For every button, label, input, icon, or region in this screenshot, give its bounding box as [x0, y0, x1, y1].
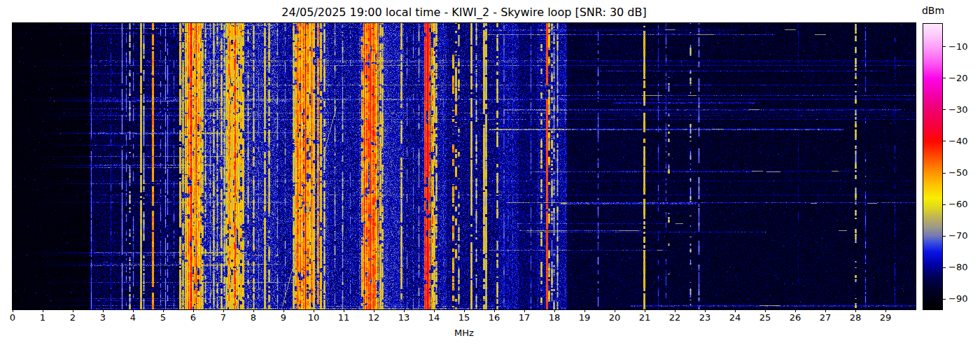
x-tick-label: 0 — [2, 312, 23, 323]
colorbar-tick-mark — [943, 267, 946, 268]
x-tick-label: 3 — [92, 312, 113, 323]
colorbar-tick-mark — [943, 141, 946, 141]
x-tick-label: 6 — [183, 312, 204, 323]
spectrogram-plot-frame — [12, 22, 916, 310]
x-tick-label: 4 — [122, 312, 144, 323]
x-tick-label: 1 — [32, 312, 53, 323]
x-tick-label: 28 — [845, 312, 866, 323]
colorbar-tick-mark — [943, 109, 946, 110]
x-tick-label: 19 — [574, 312, 595, 323]
colorbar-unit-label: dBm — [912, 5, 954, 16]
colorbar-tick-label: −70 — [948, 230, 967, 241]
x-tick-label: 17 — [514, 312, 535, 323]
spectrogram-figure: 24/05/2025 19:00 local time - KIWI_2 - S… — [0, 0, 980, 350]
colorbar-tick-mark — [943, 78, 946, 78]
colorbar-tick-label: −20 — [948, 73, 967, 84]
x-tick-label: 11 — [333, 312, 354, 323]
x-tick-label: 5 — [153, 312, 174, 323]
chart-title: 24/05/2025 19:00 local time - KIWI_2 - S… — [13, 6, 916, 19]
x-axis-label: MHz — [443, 328, 485, 338]
x-tick-label: 25 — [755, 312, 776, 323]
x-tick-label: 26 — [785, 312, 806, 323]
x-tick-label: 7 — [213, 312, 234, 323]
colorbar-tick-label: −60 — [948, 199, 967, 210]
x-tick-label: 13 — [393, 312, 414, 323]
x-tick-label: 23 — [694, 312, 715, 323]
x-tick-label: 10 — [303, 312, 324, 323]
colorbar-tick-mark — [943, 173, 946, 174]
x-tick-label: 24 — [724, 312, 746, 323]
colorbar-frame — [923, 23, 943, 310]
colorbar-tick-label: −30 — [948, 104, 967, 115]
x-tick-label: 12 — [363, 312, 384, 323]
colorbar-canvas — [923, 24, 942, 309]
x-tick-label: 2 — [62, 312, 83, 323]
colorbar-tick-mark — [943, 46, 946, 47]
spectrogram-canvas — [13, 23, 916, 309]
x-tick-label: 16 — [484, 312, 505, 323]
x-tick-label: 9 — [273, 312, 294, 323]
colorbar-tick-mark — [943, 204, 946, 205]
x-tick-label: 20 — [604, 312, 625, 323]
x-tick-label: 22 — [664, 312, 685, 323]
colorbar-tick-label: −90 — [948, 293, 967, 304]
x-tick-label: 14 — [424, 312, 444, 323]
x-tick-label: 8 — [243, 312, 264, 323]
colorbar-tick-label: −80 — [948, 262, 967, 273]
colorbar-tick-mark — [943, 236, 946, 237]
x-tick-label: 15 — [454, 312, 475, 323]
x-tick-label: 29 — [875, 312, 896, 323]
x-tick-label: 27 — [815, 312, 836, 323]
x-tick-label: 21 — [634, 312, 655, 323]
colorbar-tick-mark — [943, 299, 946, 300]
x-tick-label: 18 — [544, 312, 565, 323]
colorbar-tick-label: −50 — [948, 167, 967, 178]
colorbar-tick-label: −40 — [948, 136, 967, 147]
colorbar-tick-label: −10 — [948, 41, 967, 52]
